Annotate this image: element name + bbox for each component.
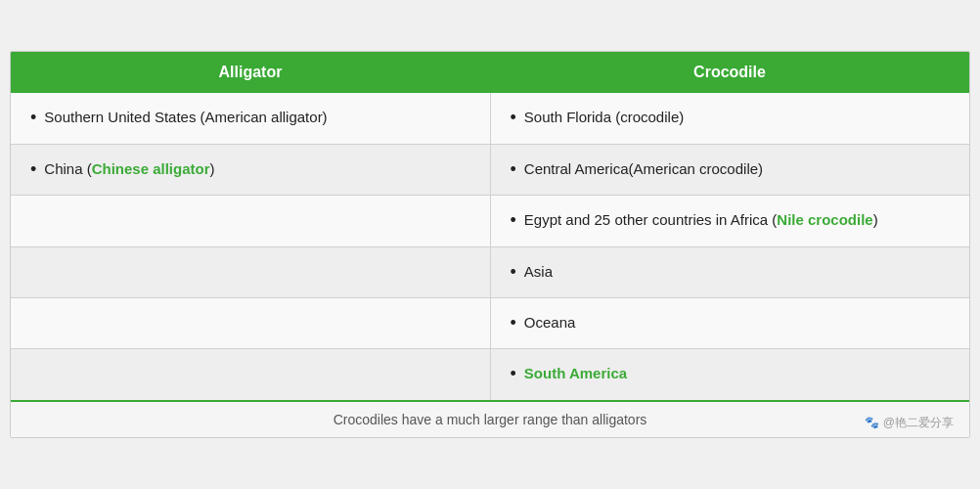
watermark: 🐾 @艳二爱分享 <box>865 415 954 431</box>
table-row: •Asia <box>11 246 969 297</box>
footer-note: Crocodiles have a much larger range than… <box>11 401 969 437</box>
header-alligator: Alligator <box>11 52 490 93</box>
bullet-item: •Asia <box>511 261 951 284</box>
cell-crocodile: •Asia <box>490 246 969 297</box>
table-row: •South America <box>11 349 969 401</box>
bullet-dot: • <box>511 209 516 232</box>
bullet-text: South Florida (crocodile) <box>524 107 684 129</box>
cell-crocodile: •South Florida (crocodile) <box>490 93 969 144</box>
table-row: •Egypt and 25 other countries in Africa … <box>11 196 969 246</box>
bullet-item: •South Florida (crocodile) <box>511 107 951 129</box>
table-row: •China (Chinese alligator)•Central Ameri… <box>11 144 969 195</box>
comparison-table: Alligator Crocodile •Southern United Sta… <box>11 52 969 436</box>
main-container: Alligator Crocodile •Southern United Sta… <box>10 51 970 437</box>
cell-alligator: •China (Chinese alligator) <box>11 144 490 195</box>
bullet-dot: • <box>511 261 516 284</box>
bullet-text: Central America(American crocodile) <box>524 158 763 181</box>
bullet-dot: • <box>30 158 36 181</box>
cell-crocodile: •Egypt and 25 other countries in Africa … <box>490 196 969 246</box>
bullet-dot: • <box>511 363 516 385</box>
table-footer-row: Crocodiles have a much larger range than… <box>11 401 969 437</box>
bullet-dot: • <box>30 107 36 129</box>
green-label: Nile crocodile <box>777 211 872 228</box>
bullet-text: Oceana <box>524 312 576 334</box>
bullet-item: •China (Chinese alligator) <box>30 158 470 181</box>
bullet-item: •Egypt and 25 other countries in Africa … <box>511 209 951 232</box>
cell-crocodile: •South America <box>490 349 969 401</box>
table-header-row: Alligator Crocodile <box>11 52 969 93</box>
table-row: •Oceana <box>11 297 969 348</box>
table-row: •Southern United States (American alliga… <box>11 93 969 144</box>
bullet-text: Asia <box>524 261 553 284</box>
cell-alligator <box>11 196 490 246</box>
cell-alligator <box>11 246 490 297</box>
cell-crocodile: •Oceana <box>490 297 969 348</box>
header-crocodile: Crocodile <box>490 52 969 93</box>
bullet-dot: • <box>511 158 516 181</box>
bullet-text: China (Chinese alligator) <box>44 158 214 181</box>
bullet-item: •Central America(American crocodile) <box>511 158 951 181</box>
cell-alligator <box>11 349 490 401</box>
bullet-dot: • <box>511 312 516 334</box>
bullet-text: Southern United States (American alligat… <box>44 107 327 129</box>
bullet-text: Egypt and 25 other countries in Africa (… <box>524 209 878 232</box>
bullet-item: •South America <box>511 363 951 385</box>
green-label: Chinese alligator <box>92 160 210 177</box>
cell-crocodile: •Central America(American crocodile) <box>490 144 969 195</box>
bullet-item: •Oceana <box>511 312 951 334</box>
bullet-text: South America <box>524 363 627 385</box>
cell-alligator: •Southern United States (American alliga… <box>11 93 490 144</box>
bullet-dot: • <box>511 107 516 129</box>
footer-text: Crocodiles have a much larger range than… <box>334 412 647 427</box>
bullet-item: •Southern United States (American alliga… <box>30 107 470 129</box>
cell-alligator <box>11 297 490 348</box>
